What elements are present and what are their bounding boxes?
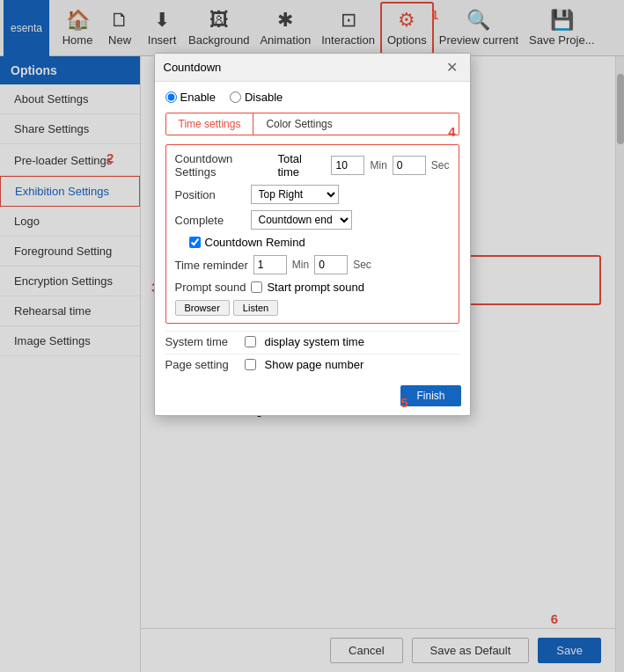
modal-close-button[interactable]: ✕ [443, 59, 461, 76]
position-select[interactable]: Top Right [251, 185, 339, 204]
disable-radio[interactable] [230, 91, 241, 103]
countdown-remind-row: Countdown Remind [175, 236, 450, 249]
sound-buttons: Browser Listen [175, 300, 450, 316]
countdown-remind-checkbox[interactable] [189, 237, 201, 248]
modal-footer: Finish 5 [155, 383, 470, 415]
start-prompt-checkbox[interactable] [251, 281, 262, 293]
disable-radio-label[interactable]: Disable [230, 91, 283, 104]
system-time-checkbox[interactable] [245, 336, 256, 347]
time-reminder-min-input[interactable] [253, 255, 287, 274]
countdown-inner-box: Countdown Settings Total time Min Sec Po… [165, 144, 459, 324]
countdown-modal: Countdown ✕ Enable Disable 4 Time settin… [154, 53, 471, 416]
time-reminder-row: Time reminder Min Sec [175, 255, 450, 274]
enable-radio-label[interactable]: Enable [165, 91, 216, 104]
page-setting-checkbox[interactable] [245, 359, 256, 370]
time-reminder-sec-input[interactable] [314, 255, 348, 274]
modal-overlay: Countdown ✕ Enable Disable 4 Time settin… [0, 0, 624, 672]
start-prompt-sound-row: Start prompt sound [251, 281, 364, 294]
countdown-remind-checkbox-row: Countdown Remind [189, 236, 305, 249]
prompt-sound-row: Prompt sound Start prompt sound [175, 281, 450, 294]
enable-radio[interactable] [165, 91, 177, 103]
modal-enable-row: Enable Disable 4 [165, 91, 459, 104]
modal-title: Countdown [164, 61, 222, 74]
position-row: Position Top Right [175, 185, 450, 204]
finish-button[interactable]: Finish [400, 385, 460, 406]
modal-titlebar: Countdown ✕ [155, 54, 470, 82]
tab-time-settings[interactable]: Time settings [166, 113, 254, 135]
complete-row: Complete Countdown end [175, 210, 450, 230]
page-setting-row: Page setting Show page number [165, 354, 459, 375]
system-time-row: System time display system time [165, 331, 459, 352]
modal-tabs: Time settings Color Settings [165, 113, 459, 135]
complete-select[interactable]: Countdown end [251, 210, 352, 230]
countdown-settings-label-row: Countdown Settings Total time Min Sec [175, 152, 450, 179]
total-time-input[interactable] [331, 156, 364, 175]
modal-body: Enable Disable 4 Time settings Color Set… [155, 82, 470, 383]
listen-button[interactable]: Listen [233, 300, 278, 316]
total-time-sec-input[interactable] [393, 156, 426, 175]
tab-color-settings[interactable]: Color Settings [253, 113, 344, 135]
browser-button[interactable]: Browser [175, 300, 230, 316]
